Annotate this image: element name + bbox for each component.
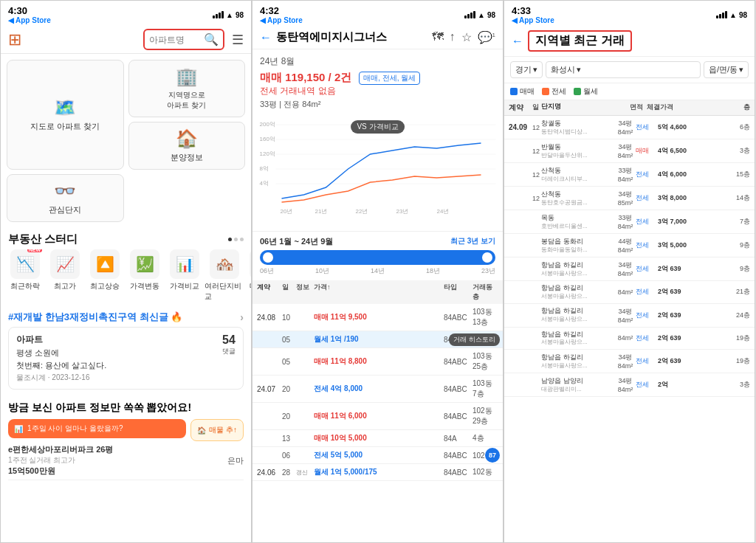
s2-header: ← 동탄역에미지시그너스 🗺 ↑ ☆ 💬1 [252,26,503,49]
screen3: 4:33 ◀ App Store ▲ 98 ← 지역별 최근 거래 경기 ▾ [504,0,755,543]
list-item[interactable]: 12 산척동더레이크시티부... 33평84m² 전세 4억 6,000 15층 [504,163,755,187]
list-item[interactable]: 항남읍 하길리서봉마을사랑으... 84m² 전세 2억 639 19층 [504,328,755,350]
table-row[interactable]: 05 매매 11억 8,800 84ABC 103동 25층 [252,348,503,376]
list-item[interactable]: 목동호반베르디울센... 33평84m² 전세 3억 7,000 7층 [504,210,755,234]
signal-icon-2 [464,11,475,18]
timeline-slider[interactable] [260,250,495,265]
study-item-multicompare[interactable]: 🏘️ 여러단지비교 [205,249,244,302]
price-sub: 전세 거래내역 없음 [260,85,495,97]
day-1: 05 [282,336,293,344]
day-3: 20 [282,385,293,393]
study-item-recent-drop[interactable]: NEW 📉 최근하락 [5,249,45,302]
recently-item[interactable]: e편한세상마포리버파크 26평 1주전 실거래 최고가 15억500만원 은마 [8,441,244,480]
back-btn-2[interactable]: ← [260,31,272,44]
dot2 [234,238,238,241]
presale-btn[interactable]: 🏠 분양정보 [128,122,246,170]
share-icon[interactable]: ↑ [450,30,456,44]
table-row[interactable]: 24.08 10 매매 11억 9,500 84ABC 103동 13층 [252,304,503,331]
list-item[interactable]: 남양읍 남양리대광판벨리미... 34평84m² 전세 2억 3층 [504,373,755,397]
table-row[interactable]: 13 매매 10억 5,000 84A 4층 [252,430,503,447]
wifi-icon: ▲ [226,11,233,19]
app-store-back-2[interactable]: ◀ App Store [260,16,303,24]
list-item[interactable]: 봉담읍 동화리동화마을동일하... 44평84m² 전세 3억 5,000 9층 [504,234,755,257]
list-item[interactable]: 항남읍 하길리서봉마을사랑으... 34평84m² 전세 2억 639 9층 [504,257,755,281]
r-type-9: 전세 [636,333,658,343]
price-0: 매매 11억 9,500 [314,312,441,322]
type-5: 84A [444,435,470,443]
map-search-btn[interactable]: 🗺️ 지도로 아파트 찾기 [7,60,124,170]
app-store-back-1[interactable]: ◀ App Store [8,16,51,24]
list-item[interactable]: 24.09 12 창궐동동탄역시범디상... 34평84m² 전세 5억 4,6… [504,116,755,139]
r-area-5: 44평84m² [615,237,636,254]
community-sub: 평생 소원에 [16,347,106,359]
filter-province[interactable]: 경기 ▾ [510,61,543,78]
search-box[interactable]: 🔍 [143,29,224,50]
study-item-rise[interactable]: 🔼 최고상승 [85,249,125,302]
list-item[interactable]: 항남읍 하길리서봉마을사랑으... 34평84m² 전세 2억 639 24층 [504,304,755,328]
r-price-7: 2억 639 [658,287,732,297]
history-badge[interactable]: 거래 히스토리 [449,333,500,346]
list-item[interactable]: 12 반월동반달마을두산위... 34평84m² 매매 4억 6,500 3층 [504,139,755,163]
search-input[interactable] [149,35,201,45]
timeline-section: 06년 1월 ~ 24년 9월 최근 3년 보기 06년 10년 14년 18년… [252,231,503,280]
info-7: 갱신 [296,468,311,477]
community-card[interactable]: 아파트 평생 소원에 첫번째: 용산에 살고싶다. 물조시계 · 2023-12… [8,327,244,390]
r-floor-3: 14층 [732,193,750,203]
app-store-back-3[interactable]: ◀ App Store [512,16,554,24]
filter-city[interactable]: 화성시 ▾ [546,61,701,78]
tag-line[interactable]: #재개발 한남3재정비촉진구역 최신글 🔥 › [1,306,251,327]
weekly-card[interactable]: 📊 1주일 사이 얼마나 올랐을까? [8,419,186,438]
table-row[interactable]: 20 매매 11억 6,000 84ABC 102동 29층 [252,403,503,430]
r-price-5: 3억 5,000 [658,241,732,250]
study-item-change[interactable]: 💹 가격변동 [125,249,165,302]
table-row[interactable]: 24.06 28 갱신 월세 1억 5,000/175 84ABC 102동 [252,464,503,481]
study-item-compare[interactable]: 📊 가격비교 [165,249,205,302]
back-btn-3[interactable]: ← [512,35,523,48]
time-2: 4:32 [260,5,303,16]
menu-icon[interactable]: ☰ [232,32,244,48]
logo-icon: ⊞ [8,30,21,49]
svg-text:8억: 8억 [260,165,269,172]
r-floor-9: 19층 [732,333,750,343]
r-floor-6: 9층 [732,264,750,274]
table-row[interactable]: 05 월세 1억 /190 84A 거래 히스토리 [252,331,503,348]
filter-dong[interactable]: 읍/면/동 ▾ [704,61,749,78]
r-price-4: 3억 7,000 [658,217,732,226]
list-item[interactable]: 항남읍 하길리서봉마을사랑으... 34평84m² 전세 2억 639 19층 [504,350,755,373]
recent3y-btn[interactable]: 최근 3년 보기 [450,236,495,247]
study-item-highest[interactable]: 📈 최고가 [45,249,85,302]
screen2: 4:32 ◀ App Store ▲ 98 ← 동탄역에미지시그너스 🗺 ↑ ☆… [252,0,504,543]
study-item-listings[interactable]: 📦 매물증감 [244,249,251,302]
table-row[interactable]: 24.07 20 전세 4억 8,000 84ABC 103동 7층 [252,376,503,403]
wifi-icon-2: ▲ [478,11,485,19]
screen1: 4:30 ◀ App Store ▲ 98 ⊞ 🔍 ☰ 🗺️ [0,0,252,543]
r-type-4: 전세 [636,217,658,226]
star-icon[interactable]: ☆ [461,30,472,44]
r-floor-4: 7층 [732,217,750,226]
price-main: 매매 119,150 / 2건 [260,71,351,85]
region-search-btn[interactable]: 🏢 지역명으로아파트 찾기 [128,60,246,117]
search-icon[interactable]: 🔍 [204,32,219,46]
svg-text:120억: 120억 [260,151,275,157]
map-action-icon[interactable]: 🗺 [432,30,444,44]
vs-compare-btn[interactable]: VS 가격비교 [351,120,404,134]
slider-thumb-right[interactable] [481,251,494,264]
date-7: 24.06 [257,468,279,477]
study-label-2: 최고상승 [90,281,120,291]
filter-badge[interactable]: 매매, 전세, 월세 [359,72,420,85]
list-item[interactable]: 항남읍 하길리서봉마을사랑으... 84m² 전세 2억 639 21층 [504,281,755,304]
r-area-4: 33평84m² [615,213,636,230]
chat-icon[interactable]: 💬1 [478,30,495,44]
signal-icon-3 [716,11,727,18]
table-row[interactable]: 06 전세 5억 5,000 84ABC 102 87 [252,447,503,464]
sale-up-card[interactable]: 🏠 매물 추↑ [190,419,244,441]
rth-apt: 단지명 [541,103,626,113]
r-area-8: 34평84m² [615,307,636,324]
r-type-10: 전세 [636,356,658,366]
list-item[interactable]: 12 산척동동탄호수공원금... 34평85m² 전세 3억 8,000 14층 [504,187,755,210]
r-type-7: 전세 [636,287,658,297]
price-5: 매매 10억 5,000 [314,433,441,443]
slider-thumb-left[interactable] [261,251,275,264]
wishlist-btn[interactable]: 👓 관심단지 [7,174,124,222]
r-dong-3: 산척동동탄호수공원금... [541,190,615,207]
